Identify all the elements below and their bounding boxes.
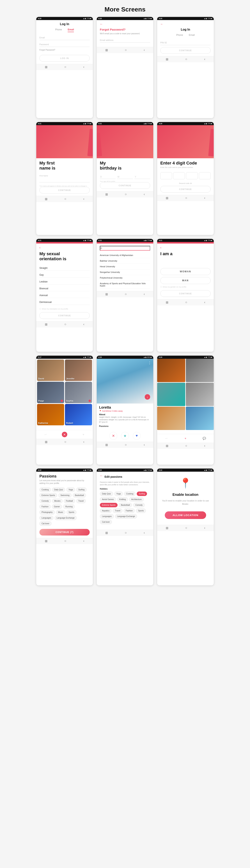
edit-passion-tag[interactable]: Language Exchange	[115, 514, 137, 519]
orientation-option[interactable]: Demisexual	[39, 300, 90, 305]
edit-passion-tag[interactable]: Languages	[100, 514, 114, 519]
date-m[interactable]: M	[117, 175, 133, 179]
passion-tag[interactable]: Photography	[39, 510, 55, 515]
passion-tag[interactable]: Swimming	[58, 493, 72, 498]
university-item[interactable]: Academy of Sports and Physical Education…	[100, 281, 150, 289]
nav-icon-10c[interactable]: ‹	[83, 440, 84, 444]
university-item[interactable]: Polytechnical University	[100, 275, 150, 281]
nav-undo-icon[interactable]: ↩	[164, 436, 169, 441]
like-button[interactable]: ♥	[133, 432, 141, 440]
profile-card[interactable]: Sophia	[65, 382, 92, 403]
photo-cell[interactable]	[186, 407, 214, 430]
passion-tag[interactable]: Music	[56, 510, 65, 515]
edit-passion-tag[interactable]: Aquatics	[100, 508, 112, 513]
passion-tag[interactable]: Football	[64, 499, 75, 503]
nav-icon-8a[interactable]: ⊞	[105, 292, 108, 296]
back-edit-passions[interactable]: ←	[100, 474, 103, 477]
nav-icon-11c[interactable]: ‹	[144, 443, 145, 447]
continue-button-pin[interactable]: CONTINUE	[160, 47, 211, 54]
passion-tag[interactable]: Sports	[66, 510, 77, 515]
nav-home-icon-3[interactable]: ⊞	[166, 57, 168, 61]
nav-icon-7a[interactable]: ⊞	[45, 322, 47, 326]
photo-cell[interactable]	[157, 407, 185, 430]
orientation-option[interactable]: Gay	[39, 272, 90, 278]
nav-icon-6b[interactable]: ○	[185, 196, 187, 200]
passion-tag[interactable]: Cooking	[39, 488, 51, 492]
edit-passion-tag[interactable]: Daily Quiz	[100, 492, 113, 496]
checkbox-orientation[interactable]: ☐	[39, 308, 41, 310]
nav-icon-8b[interactable]: ○	[125, 292, 127, 296]
edit-passion-tag[interactable]: Surfing	[137, 492, 147, 496]
nav-icon-13b[interactable]: ○	[64, 539, 66, 543]
nav-icon-11b[interactable]: ○	[125, 443, 127, 447]
passion-tag[interactable]: Movies	[52, 499, 63, 503]
edit-passion-tag[interactable]: Basketball	[119, 503, 132, 507]
checkbox-gender[interactable]: ☐	[160, 286, 162, 288]
nav-heart-icon-12[interactable]: ♥	[183, 436, 188, 441]
university-item[interactable]: American University of Afghanistan	[100, 252, 150, 258]
university-item[interactable]: Bakhtar University	[100, 258, 150, 264]
orientation-option[interactable]: Bisexual	[39, 286, 90, 291]
nav-back-icon-3[interactable]: ‹	[204, 57, 205, 61]
university-search[interactable]	[100, 246, 150, 251]
back-button-fp[interactable]: ←	[100, 22, 150, 26]
nav-icon-15c[interactable]: ‹	[204, 526, 205, 530]
passion-tag[interactable]: Cat lover	[39, 521, 52, 526]
gender-continue[interactable]: CONTINUE	[160, 290, 211, 297]
university-item[interactable]: Herat University	[100, 264, 150, 270]
allow-location-button[interactable]: Allow Location	[165, 512, 206, 519]
passion-tag[interactable]: Language Exchange	[55, 516, 77, 520]
nav-icon-10b[interactable]: ○	[64, 440, 66, 444]
edit-passion-tag[interactable]: Cooking	[124, 492, 136, 496]
nav-back-icon[interactable]: ‹	[83, 65, 84, 69]
nav-icon-11a[interactable]: ⊞	[105, 443, 108, 447]
nav-circle-icon[interactable]: ○	[64, 65, 66, 69]
passion-tag[interactable]: Surfing	[76, 488, 87, 492]
nav-icon-13c[interactable]: ‹	[83, 539, 84, 543]
orientation-option[interactable]: Asexual	[39, 293, 90, 298]
passion-tag[interactable]: Travel	[76, 499, 86, 503]
nav-icon-9a[interactable]: ⊞	[166, 301, 168, 304]
nav-heart-icon[interactable]: ♥	[81, 432, 86, 437]
edit-passion-tag[interactable]: Fashion	[123, 508, 135, 513]
date-d[interactable]: D	[100, 175, 116, 179]
nav-icon-9b[interactable]: ○	[185, 301, 187, 304]
passion-tag[interactable]: Extreme Sports	[39, 493, 57, 498]
profile-card[interactable]: Katherine	[37, 404, 64, 425]
photo-cell[interactable]	[186, 359, 214, 382]
three-dots-icon[interactable]: ⋮	[148, 361, 151, 365]
man-button[interactable]: MAN	[160, 277, 211, 284]
passion-tag[interactable]: Running	[63, 504, 75, 509]
otp-box-4[interactable]	[199, 172, 211, 179]
nav-icon-5b[interactable]: ○	[125, 192, 127, 196]
orientation-option[interactable]: Lesbian	[39, 279, 90, 284]
passions-continue[interactable]: CONTINUE (7)	[39, 529, 90, 535]
edit-passion-tag[interactable]: Architecture	[129, 497, 144, 502]
photo-cell[interactable]	[157, 383, 185, 406]
nav-icon-12a[interactable]: ⊞	[166, 444, 168, 448]
photo-cell[interactable]	[186, 383, 214, 406]
birthday-continue[interactable]: CONTINUE	[100, 182, 150, 189]
star-button[interactable]: ★	[121, 432, 129, 440]
passion-tag[interactable]: Basketball	[73, 493, 86, 498]
edit-passion-tag[interactable]: Comedy	[133, 503, 145, 507]
nav-icon-8c[interactable]: ‹	[144, 292, 145, 296]
back-gender[interactable]: ‹	[160, 246, 211, 249]
nav-rewind-icon[interactable]: ↩	[43, 432, 48, 437]
show-gender-check[interactable]: ☐ Show my gender on my profile	[160, 286, 211, 288]
resend-label[interactable]: Resend code 36	[160, 182, 211, 184]
nav-icon-10a[interactable]: ⊞	[45, 440, 47, 444]
login-button[interactable]: LOG IN	[39, 55, 90, 62]
forgot-link[interactable]: Forgot Password?	[39, 49, 90, 51]
nav-icon-15a[interactable]: ⊞	[166, 526, 168, 530]
nav-icon-7b[interactable]: ○	[64, 322, 66, 326]
passion-tag[interactable]: Yoga	[66, 488, 75, 492]
nav-icon-14a[interactable]: ⊞	[105, 531, 108, 535]
otp-box-3[interactable]	[186, 172, 198, 179]
down-arrow-button[interactable]: ↓	[145, 394, 150, 400]
profile-card[interactable]: David	[37, 360, 64, 381]
nav-icon-13a[interactable]: ⊞	[45, 539, 47, 543]
nav-icon-6a[interactable]: ⊞	[166, 196, 168, 200]
edit-passion-tag[interactable]: Sports	[136, 508, 146, 513]
profile-card[interactable]: Robert	[65, 404, 92, 425]
